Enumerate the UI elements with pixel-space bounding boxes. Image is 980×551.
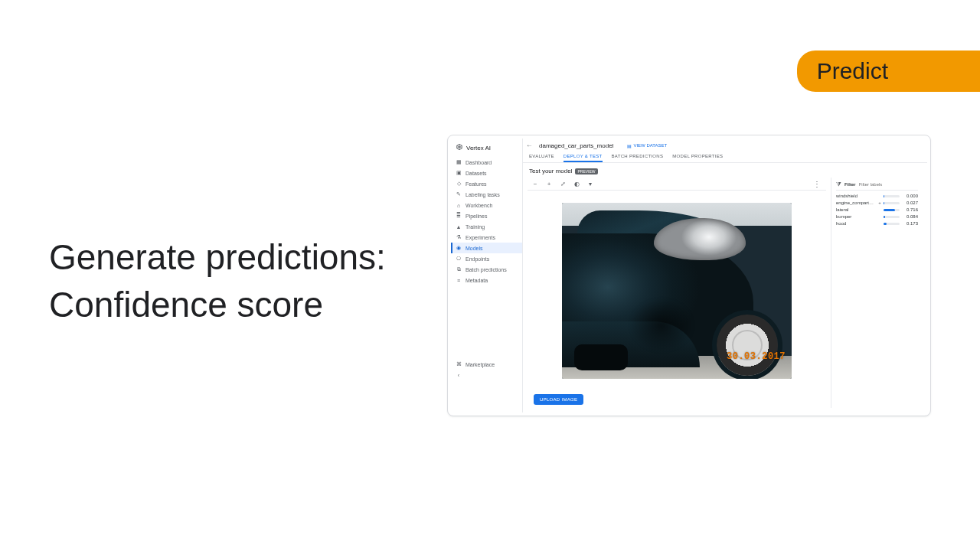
filter-input[interactable] [859, 182, 923, 187]
vertex-ai-icon [456, 143, 463, 152]
score-value: 0.000 [901, 194, 918, 198]
back-button[interactable]: ← [526, 142, 533, 149]
view-dataset-label: VIEW DATASET [633, 143, 667, 148]
prediction-row[interactable]: lateral 0.716 [836, 207, 918, 212]
chevron-left-icon: ‹ [456, 372, 462, 378]
view-dataset-link[interactable]: ▤ VIEW DATASET [627, 143, 667, 148]
sidebar: Vertex AI ▦ Dashboard ▣ Datasets ◇ Featu… [451, 139, 523, 412]
sidebar-item-marketplace[interactable]: ⌘ Marketplace [451, 359, 522, 370]
more-menu[interactable]: ⋮ [811, 180, 823, 188]
preview-pill: PREVIEW [575, 168, 597, 174]
endpoints-icon: ⎔ [456, 256, 462, 262]
image-timestamp: 30.03.2017 [727, 351, 786, 362]
score-bar [884, 223, 900, 225]
tabs: EVALUATE DEPLOY & TEST BATCH PREDICTIONS… [523, 151, 927, 163]
fit-button[interactable]: ⤢ [558, 179, 567, 188]
tab-batch-predictions[interactable]: BATCH PREDICTIONS [612, 151, 664, 162]
sidebar-item-label: Workbench [466, 203, 492, 208]
dataset-icon: ▤ [627, 143, 632, 148]
features-icon: ◇ [456, 181, 462, 187]
label-mark: + [877, 201, 882, 205]
sidebar-item-label: Experiments [466, 235, 495, 240]
score-value: 0.027 [901, 201, 918, 205]
prediction-row[interactable]: windshield 0.000 [836, 194, 918, 198]
upload-image-button[interactable]: UPLOAD IMAGE [534, 394, 583, 405]
labeling-icon: ✎ [456, 191, 462, 197]
headline-line-2: Confidence score [49, 281, 386, 328]
sidebar-item-dashboard[interactable]: ▦ Dashboard [451, 157, 522, 168]
batch-icon: ⧉ [456, 266, 462, 272]
workbench-icon: ⌂ [456, 202, 462, 208]
sidebar-item-label: Endpoints [466, 256, 489, 262]
tab-evaluate[interactable]: EVALUATE [529, 151, 554, 162]
screenshot-card: Vertex AI ▦ Dashboard ▣ Datasets ◇ Featu… [447, 135, 931, 416]
stage-badge-label: Predict [817, 58, 888, 83]
prediction-row[interactable]: hood 0.173 [836, 221, 918, 226]
training-icon: ▲ [456, 223, 462, 230]
sidebar-item-training[interactable]: ▲ Training [451, 221, 522, 232]
score-bar [884, 202, 900, 204]
score-bar [884, 209, 900, 211]
filter-title: Filter [844, 182, 856, 187]
sidebar-item-label: Models [466, 246, 483, 251]
tab-deploy-test[interactable]: DEPLOY & TEST [564, 151, 603, 162]
sidebar-product-label: Vertex AI [466, 145, 491, 152]
sidebar-collapse[interactable]: ‹ [451, 370, 522, 380]
filter-header: ⧩ Filter [836, 181, 918, 191]
sidebar-item-label: Labeling tasks [466, 192, 500, 197]
label-name: hood [836, 221, 876, 226]
contrast-button[interactable]: ◐ [572, 179, 581, 188]
contrast-dropdown[interactable]: ▾ [586, 179, 595, 188]
score-value: 0.716 [901, 207, 918, 212]
sidebar-item-features[interactable]: ◇ Features [451, 178, 522, 189]
label-name: windshield [836, 194, 876, 198]
score-value: 0.173 [901, 221, 918, 226]
main-pane: ← damaged_car_parts_model ▤ VIEW DATASET… [523, 139, 927, 412]
sidebar-item-pipelines[interactable]: ≣ Pipelines [451, 210, 522, 221]
model-name: damaged_car_parts_model [539, 142, 613, 149]
headline: Generate predictions: Confidence score [49, 233, 386, 328]
sidebar-item-label: Marketplace [466, 362, 495, 367]
dashboard-icon: ▦ [456, 159, 462, 165]
sidebar-item-label: Dashboard [466, 160, 492, 165]
score-bar [884, 195, 900, 197]
uploaded-image[interactable]: 30.03.2017 [562, 203, 792, 379]
label-name: lateral [836, 207, 876, 212]
experiments-icon: ⚗ [456, 234, 462, 240]
sidebar-item-label: Training [466, 224, 485, 230]
score-bar [884, 216, 900, 218]
zoom-in-button[interactable]: + [544, 179, 554, 188]
prediction-row[interactable]: bumper 0.084 [836, 214, 918, 219]
tab-model-properties[interactable]: MODEL PROPERTIES [672, 151, 723, 162]
sidebar-item-datasets[interactable]: ▣ Datasets [451, 168, 522, 178]
stage-badge: Predict [797, 51, 980, 92]
zoom-out-button[interactable]: − [531, 179, 540, 188]
datasets-icon: ▣ [456, 170, 462, 176]
sidebar-item-label: Pipelines [466, 214, 487, 219]
marketplace-icon: ⌘ [456, 361, 462, 367]
viewer-toolbar: − + ⤢ ◐ ▾ ⋮ [528, 178, 826, 191]
image-viewer: − + ⤢ ◐ ▾ ⋮ [528, 178, 826, 408]
sidebar-item-label: Datasets [466, 171, 487, 176]
filter-icon: ⧩ [836, 181, 841, 188]
sidebar-item-models[interactable]: ◉ Models [451, 243, 522, 253]
section-title: Test your model [529, 168, 572, 174]
metadata-icon: ≡ [456, 277, 462, 283]
sidebar-item-labeling[interactable]: ✎ Labeling tasks [451, 189, 522, 200]
sidebar-item-label: Batch predictions [466, 267, 507, 272]
sidebar-item-label: Metadata [466, 278, 488, 283]
sidebar-item-batch[interactable]: ⧉ Batch predictions [451, 264, 522, 275]
headline-line-1: Generate predictions: [49, 233, 386, 281]
sidebar-item-metadata[interactable]: ≡ Metadata [451, 275, 522, 285]
prediction-row[interactable]: engine_compartment + 0.027 [836, 201, 918, 205]
sidebar-product[interactable]: Vertex AI [451, 139, 522, 157]
predictions-panel: ⧩ Filter windshield 0.000 engine_compart… [831, 178, 923, 408]
label-name: bumper [836, 214, 876, 219]
page-header: ← damaged_car_parts_model ▤ VIEW DATASET [523, 139, 927, 151]
score-value: 0.084 [901, 214, 918, 219]
models-icon: ◉ [456, 245, 462, 251]
sidebar-item-label: Features [466, 181, 487, 187]
sidebar-item-endpoints[interactable]: ⎔ Endpoints [451, 253, 522, 264]
sidebar-item-workbench[interactable]: ⌂ Workbench [451, 200, 522, 210]
sidebar-item-experiments[interactable]: ⚗ Experiments [451, 232, 522, 243]
